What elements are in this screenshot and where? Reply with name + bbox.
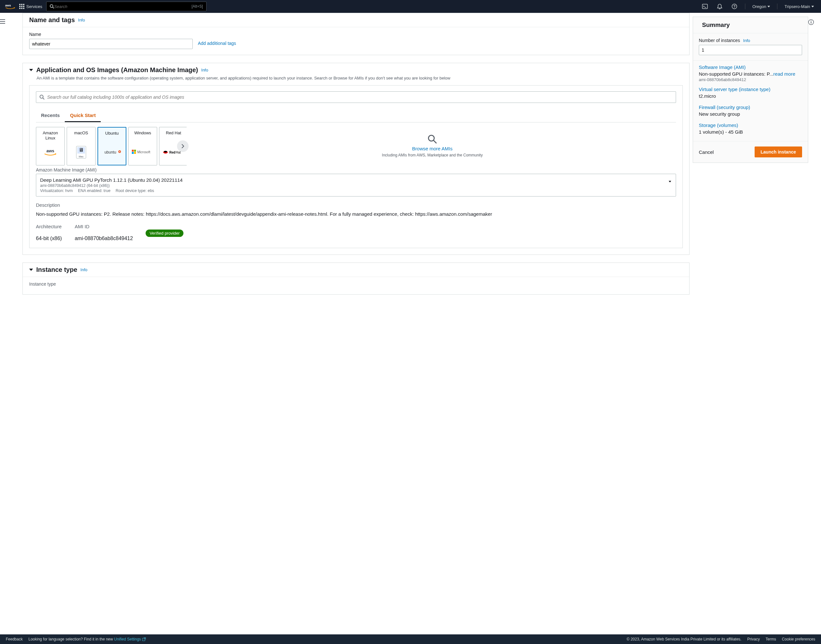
name-label: Name xyxy=(29,32,193,37)
svg-text:Microsoft: Microsoft xyxy=(137,150,150,154)
ami-title: Application and OS Images (Amazon Machin… xyxy=(36,66,198,74)
ami-virt: Virtualization: hvm xyxy=(40,189,73,193)
summary-panel: Summary Number of instances Info Softwar… xyxy=(693,17,808,163)
account-menu[interactable]: Tripsero-Main xyxy=(783,4,816,9)
verified-badge: Verified provider xyxy=(146,230,183,237)
svg-text:ubuntu: ubuntu xyxy=(104,150,117,155)
vstype-value: t2.micro xyxy=(699,93,802,99)
svg-text:Mac: Mac xyxy=(78,155,83,158)
firewall-link[interactable]: Firewall (security group) xyxy=(699,104,802,110)
instance-type-info[interactable]: Info xyxy=(80,267,87,272)
svg-line-10 xyxy=(43,98,45,100)
ami-search-input[interactable] xyxy=(47,95,672,100)
svg-point-9 xyxy=(40,95,43,98)
region-selector[interactable]: Oregon xyxy=(750,4,772,9)
grid-icon xyxy=(19,4,25,9)
ami-select-title: Deep Learning AMI GPU PyTorch 1.12.1 (Ub… xyxy=(40,177,664,183)
arch-label: Architecture xyxy=(36,224,62,229)
scroll-next-button[interactable] xyxy=(177,140,189,152)
tab-recents[interactable]: Recents xyxy=(36,109,65,122)
top-nav: aws Services [Alt+S] ? Oregon Tripsero-M… xyxy=(0,0,821,13)
summary-title: Summary xyxy=(702,21,730,29)
search-input[interactable] xyxy=(54,4,192,9)
right-rail xyxy=(808,13,821,322)
amiid-value: ami-08870b6ab8c849412 xyxy=(75,236,133,241)
cloudshell-icon[interactable] xyxy=(700,2,711,11)
instance-type-title: Instance type xyxy=(36,266,77,273)
svg-rect-3 xyxy=(702,4,707,9)
cancel-button[interactable]: Cancel xyxy=(699,149,714,155)
ami-ena: ENA enabled: true xyxy=(78,189,110,193)
read-more-link[interactable]: read more xyxy=(773,71,795,77)
os-tile-macos[interactable]: macOS 🖥Mac xyxy=(67,127,95,166)
collapse-icon[interactable] xyxy=(29,69,33,71)
mac-icon: 🖥Mac xyxy=(76,143,86,162)
ami-select-label: Amazon Machine Image (AMI) xyxy=(36,167,676,172)
amiid-label: AMI ID xyxy=(75,224,133,229)
notifications-icon[interactable] xyxy=(714,2,725,11)
ami-select-sub: ami-08870b6ab8c849412 (64-bit (x86)) xyxy=(40,183,664,188)
name-tags-panel: Name and tags Info Name Add additional t… xyxy=(23,13,689,55)
os-tiles-row: Amazon Linux aws macOS 🖥Mac Ubuntu ubunt… xyxy=(36,127,676,166)
instance-type-label: Instance type xyxy=(29,281,683,287)
ubuntu-icon: ubuntu xyxy=(102,143,122,161)
svg-line-29 xyxy=(434,140,436,143)
description-text: Non-supported GPU instances: P2. Release… xyxy=(36,210,676,218)
ami-tabs: Recents Quick Start xyxy=(36,109,676,123)
svg-rect-20 xyxy=(134,150,136,152)
svg-point-1 xyxy=(50,5,53,8)
ami-select[interactable]: Deep Learning AMI GPU PyTorch 1.12.1 (Ub… xyxy=(36,174,676,196)
services-menu[interactable]: Services xyxy=(19,4,42,9)
os-tile-ubuntu[interactable]: Ubuntu ubuntu xyxy=(98,127,126,166)
ami-description: An AMI is a template that contains the s… xyxy=(23,75,689,85)
name-tags-info[interactable]: Info xyxy=(78,18,85,23)
vstype-link[interactable]: Virtual server type (instance type) xyxy=(699,87,802,92)
microsoft-icon: Microsoft xyxy=(132,143,153,162)
tab-quick-start[interactable]: Quick Start xyxy=(65,109,101,122)
browse-more-sub: Including AMIs from AWS, Marketplace and… xyxy=(382,153,483,158)
instance-name-input[interactable] xyxy=(29,39,193,49)
os-tile-amazon-linux[interactable]: Amazon Linux aws xyxy=(36,127,65,166)
svg-line-2 xyxy=(52,7,54,8)
storage-link[interactable]: Storage (volumes) xyxy=(699,123,802,128)
svg-point-18 xyxy=(119,151,120,152)
search-shortcut: [Alt+S] xyxy=(192,4,203,9)
collapse-icon[interactable] xyxy=(29,268,33,271)
svg-text:Red: Red xyxy=(169,151,175,154)
aws-logo[interactable]: aws xyxy=(5,3,15,10)
search-icon xyxy=(50,4,54,9)
add-tags-link[interactable]: Add additional tags xyxy=(198,41,236,46)
svg-rect-22 xyxy=(134,152,136,154)
software-image-id: ami-08870b6ab8c849412 xyxy=(699,77,802,82)
browse-more-link[interactable]: Browse more AMIs xyxy=(412,146,453,151)
ami-info[interactable]: Info xyxy=(201,67,209,72)
chevron-right-icon xyxy=(181,144,185,149)
info-panel-toggle[interactable] xyxy=(808,19,821,25)
services-label: Services xyxy=(26,4,42,9)
help-icon[interactable]: ? xyxy=(729,2,740,11)
launch-instance-button[interactable]: Launch instance xyxy=(755,147,802,157)
svg-point-25 xyxy=(164,151,167,152)
aws-icon: aws xyxy=(43,143,57,162)
menu-toggle-icon[interactable] xyxy=(0,19,13,24)
main-content: Name and tags Info Name Add additional t… xyxy=(13,13,693,322)
svg-text:aws: aws xyxy=(5,3,11,7)
instance-type-panel: Instance type Info Instance type xyxy=(23,262,689,294)
software-image-link[interactable]: Software Image (AMI) xyxy=(699,64,802,70)
browse-more-amis: Browse more AMIs Including AMIs from AWS… xyxy=(189,127,676,166)
num-instances-info[interactable]: Info xyxy=(743,38,750,43)
summary-column: Summary Number of instances Info Softwar… xyxy=(693,13,808,322)
global-search[interactable]: [Alt+S] xyxy=(46,2,207,11)
search-icon xyxy=(40,95,45,100)
software-image-value: Non-supported GPU instances: P...read mo… xyxy=(699,71,802,77)
ami-search[interactable] xyxy=(36,91,676,103)
storage-value: 1 volume(s) - 45 GiB xyxy=(699,129,802,135)
svg-rect-32 xyxy=(811,22,811,24)
num-instances-input[interactable] xyxy=(699,45,802,55)
caret-down-icon xyxy=(767,6,770,8)
firewall-value: New security group xyxy=(699,111,802,117)
description-label: Description xyxy=(36,202,676,208)
svg-rect-19 xyxy=(132,150,134,152)
num-instances-label: Number of instances xyxy=(699,38,740,43)
os-tile-windows[interactable]: Windows Microsoft xyxy=(128,127,157,166)
